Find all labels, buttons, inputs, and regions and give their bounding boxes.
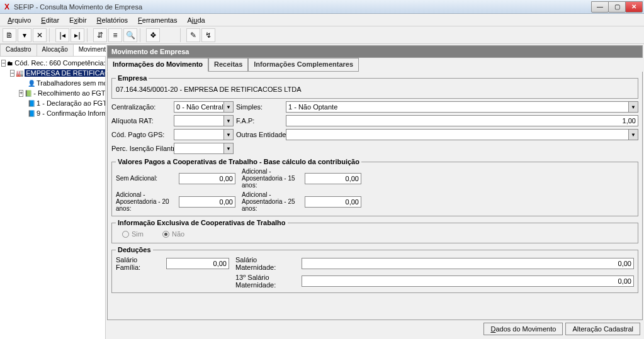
tab-receitas[interactable]: Receitas: [208, 58, 248, 72]
dados-movimento-button[interactable]: Dados do Movimento: [483, 323, 563, 335]
worker-icon: 👤: [28, 79, 35, 87]
cube-icon[interactable]: ❖: [146, 28, 160, 42]
radio-icon: [122, 231, 129, 238]
ad25-input[interactable]: [305, 196, 361, 208]
menu-exibir[interactable]: Exibir: [64, 15, 92, 25]
chevron-down-icon[interactable]: ▼: [223, 116, 233, 126]
centralizacao-label: Centralização:: [111, 103, 171, 111]
chevron-down-icon[interactable]: ▼: [223, 130, 233, 140]
alteracao-cadastral-button[interactable]: Alteração Cadastral: [565, 323, 640, 335]
sem-adicional-label: Sem Adicional:: [116, 175, 172, 182]
menu-arquivo[interactable]: Arquivo: [3, 15, 36, 25]
left-pane: Cadastro Alocação Movimento − 🖿 Cód. Rec…: [0, 44, 106, 339]
tab-alocacao[interactable]: Alocação: [37, 44, 74, 56]
chevron-down-icon[interactable]: ▼: [628, 130, 638, 140]
chevron-down-icon[interactable]: ▼: [223, 143, 233, 153]
tree-item[interactable]: - Recolhimento ao FGTS: [33, 89, 105, 97]
tree-item[interactable]: 1 - Declaração ao FGTS e: [37, 99, 105, 107]
fap-input[interactable]: [286, 115, 638, 126]
sal-mat-label: Salário Maternidade:: [235, 256, 295, 271]
ad15-input[interactable]: [305, 173, 361, 184]
sal-familia-label: Salário Família:: [116, 256, 160, 271]
sal-mat-input[interactable]: [302, 258, 634, 269]
book-icon: 📗: [25, 89, 32, 97]
radio-icon: [162, 231, 169, 238]
isencao-label: Perc. Isenção Filantropia:: [111, 145, 171, 152]
delete-icon[interactable]: ✕: [33, 28, 47, 42]
codpagto-label: Cód. Pagto GPS:: [111, 131, 171, 138]
book-icon: 📘: [28, 99, 35, 107]
coop-legend: Valores Pagos a Cooperativas de Trabalho…: [116, 158, 361, 165]
first-icon[interactable]: |◂: [55, 28, 69, 42]
tree-root-label[interactable]: Cód. Rec.: 660 Competência: 03/20: [14, 59, 105, 67]
tree-expand-icon[interactable]: +: [19, 90, 23, 97]
tree-collapse-icon[interactable]: −: [10, 70, 14, 77]
minimize-button[interactable]: —: [591, 1, 609, 13]
menu-ajuda[interactable]: Ajuda: [182, 15, 210, 25]
tool2-icon[interactable]: ✎: [186, 28, 200, 42]
radio-nao[interactable]: Não: [162, 230, 184, 238]
tool1-icon[interactable]: ⇵: [93, 28, 107, 42]
panel-title: Movimento de Empresa: [107, 45, 643, 58]
ad20-label: Adicional - Aposentadoria - 20 anos:: [116, 191, 172, 212]
tool3-icon[interactable]: ↯: [201, 28, 215, 42]
app-icon: X: [3, 3, 11, 11]
tree-item[interactable]: 9 - Confirmação Informaçõe: [37, 109, 105, 117]
sal-mat13-label: 13º Salário Maternidade:: [235, 274, 295, 289]
tab-cadastro[interactable]: Cadastro: [0, 44, 37, 56]
ad25-label: Adicional - Aposentadoria - 25 anos:: [242, 191, 298, 212]
menu-editar[interactable]: Editar: [36, 15, 64, 25]
empresa-group: Empresa 07.164.345/0001-20 - EMPRESA DE …: [111, 74, 638, 99]
tree-view[interactable]: − 🖿 Cód. Rec.: 660 Competência: 03/20 − …: [0, 57, 105, 339]
title-bar: X SEFIP - Consulta Movimento de Empresa …: [0, 0, 644, 14]
info-coop-legend: Informação Exclusiva de Cooperativas de …: [116, 219, 288, 226]
close-button[interactable]: ✕: [625, 1, 643, 13]
last-icon[interactable]: ▸|: [71, 28, 84, 42]
aliquota-label: Alíquota RAT:: [111, 117, 171, 125]
deducoes-legend: Deduções: [116, 246, 153, 253]
folder-icon: 🖿: [7, 59, 13, 67]
tree-item[interactable]: Trabalhadores sem modalid: [37, 79, 105, 87]
chevron-down-icon[interactable]: ▼: [628, 102, 638, 112]
fap-label: F.A.P:: [236, 117, 283, 125]
sem-adicional-input[interactable]: [179, 173, 235, 184]
dropdown-icon[interactable]: ▾: [18, 28, 31, 42]
right-pane: Movimento de Empresa Informações do Movi…: [106, 44, 644, 339]
maximize-button[interactable]: ▢: [608, 1, 626, 13]
company-icon: 🏭: [16, 69, 23, 77]
window-title: SEFIP - Consulta Movimento de Empresa: [14, 3, 142, 11]
sal-mat13-input[interactable]: [302, 275, 634, 287]
sal-familia-input[interactable]: [166, 258, 229, 269]
info-coop-group: Informação Exclusiva de Cooperativas de …: [111, 219, 638, 243]
new-icon[interactable]: 🗎: [3, 28, 16, 42]
menu-bar: Arquivo Editar Exibir Relatórios Ferrame…: [0, 14, 644, 26]
ad15-label: Adicional - Aposentadoria - 15 anos:: [242, 168, 298, 189]
empresa-line: 07.164.345/0001-20 - EMPRESA DE RETIFICA…: [116, 84, 634, 94]
tree-collapse-icon[interactable]: −: [1, 60, 6, 67]
menu-relatorios[interactable]: Relatórios: [92, 15, 133, 25]
tab-info-complementares[interactable]: Informações Complementares: [248, 58, 359, 72]
tab-info-movimento[interactable]: Informações do Movimento: [107, 58, 208, 72]
toolbar: 🗎 ▾ ✕ |◂ ▸| ⇵ ≡ 🔍 ❖ ✎ ↯: [0, 26, 644, 44]
simples-label: Simples:: [236, 103, 283, 111]
search-icon[interactable]: 🔍: [123, 28, 137, 42]
empresa-legend: Empresa: [116, 74, 149, 82]
outras-combo[interactable]: [286, 129, 638, 140]
tree-company-label[interactable]: EMPRESA DE RETIFICACOES: [25, 69, 105, 77]
deducoes-group: Deduções Salário Família: Salário Matern…: [111, 246, 638, 293]
ad20-input[interactable]: [179, 196, 235, 208]
radio-sim[interactable]: Sim: [122, 230, 144, 238]
list-icon[interactable]: ≡: [108, 28, 122, 42]
coop-group: Valores Pagos a Cooperativas de Trabalho…: [111, 158, 638, 216]
book-icon: 📘: [28, 109, 35, 117]
simples-combo[interactable]: [286, 101, 638, 113]
menu-ferramentas[interactable]: Ferramentas: [133, 15, 182, 25]
chevron-down-icon[interactable]: ▼: [223, 102, 233, 112]
outras-label: Outras Entidades:: [236, 131, 283, 138]
